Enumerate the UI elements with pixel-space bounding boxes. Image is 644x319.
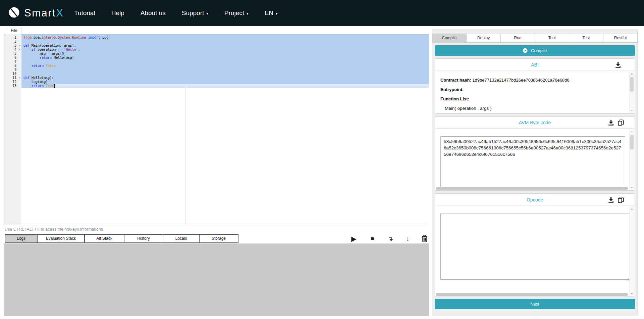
debug-tab-evaluation-stack[interactable]: Evaluation Stack <box>37 234 85 243</box>
panel-tab-restful[interactable]: Restful <box>603 34 638 43</box>
scroll-down-icon[interactable]: ▼ <box>630 108 634 113</box>
nav-item-support[interactable]: Support▾ <box>182 9 208 17</box>
nav-item-tutorial[interactable]: Tutorial <box>74 9 95 17</box>
nav-item-label: EN <box>264 9 273 17</box>
code-line[interactable]: Log(msg) <box>23 80 429 84</box>
debug-tab-history[interactable]: History <box>124 234 163 243</box>
copy-icon[interactable] <box>618 119 624 126</box>
code-pane[interactable]: from boa.interop.System.Runtime import L… <box>21 34 429 225</box>
copy-icon[interactable] <box>618 196 624 203</box>
avm-card: AVM Byte code <box>435 116 635 191</box>
gutter-line-number: 6 <box>4 56 21 60</box>
abi-body: Contract hash: 1d9be77132e21477bd26ee703… <box>435 71 635 113</box>
code-line[interactable]: def Main(operation, args): <box>23 44 429 48</box>
gutter-line-number: 12 <box>4 80 21 84</box>
fold-caret-icon[interactable]: ▾ <box>19 48 20 51</box>
brand[interactable]: SmartX <box>8 0 63 26</box>
debug-tab-locals[interactable]: Locals <box>163 234 200 243</box>
next-button[interactable]: Next <box>435 299 635 309</box>
nav-item-label: Project <box>224 9 244 17</box>
nav-item-en[interactable]: EN▾ <box>264 9 277 17</box>
scroll-up-icon[interactable]: ▲ <box>630 207 634 211</box>
avm-hscrollbar[interactable] <box>436 187 628 190</box>
panel-tab-run[interactable]: Run <box>500 34 535 43</box>
scroll-down-icon[interactable]: ▼ <box>630 291 634 296</box>
gutter-line-number: 9 <box>4 68 21 72</box>
gutter-line-number: 3▾ <box>4 44 21 48</box>
gutter: 123▾4▾567891011▾1213 <box>4 34 21 225</box>
avm-body: 58c56b6a00527ac46a51527ac46a00c30548656c… <box>435 129 635 190</box>
text-cursor <box>54 84 55 88</box>
debug-toolbar: LogsEvaluation StackAlt StackHistoryLoca… <box>4 234 429 243</box>
function-signature: Main( operation , args ) <box>445 106 625 111</box>
gutter-line-number: 8 <box>4 64 21 68</box>
scroll-up-icon[interactable]: ▲ <box>630 129 634 134</box>
fold-caret-icon[interactable]: ▾ <box>19 44 20 47</box>
nav-item-label: Help <box>111 9 124 17</box>
nav-item-about-us[interactable]: About us <box>141 9 166 17</box>
opcode-hscrollbar[interactable] <box>436 293 628 296</box>
gutter-line-number: 1 <box>4 36 21 40</box>
code-line[interactable]: return False <box>23 64 429 68</box>
code-line[interactable] <box>23 72 429 76</box>
code-line[interactable]: msg = args[0] <box>23 52 429 56</box>
opcode-body: ▲ ▼ <box>435 206 635 297</box>
avm-bytecode-box[interactable]: 58c56b6a00527ac46a51527ac46a00c30548656c… <box>440 136 625 187</box>
compile-button[interactable]: Compile <box>435 45 635 56</box>
opcode-card: Opcode <box>435 193 635 297</box>
panel-tab-test[interactable]: Test <box>569 34 603 43</box>
code-lines: from boa.interop.System.Runtime import L… <box>21 36 429 88</box>
step-over-icon[interactable]: ↴ <box>386 234 395 243</box>
gutter-line-number: 13 <box>4 84 21 88</box>
code-line[interactable]: if operation == 'Hello': <box>23 48 429 52</box>
opcode-title: Opcode <box>435 194 635 206</box>
fold-caret-icon[interactable]: ▾ <box>19 76 20 80</box>
panel-tab-compile[interactable]: Compile <box>432 34 467 43</box>
gutter-line-number: 4▾ <box>4 48 21 52</box>
debug-tab-alt-stack[interactable]: Alt Stack <box>84 234 124 243</box>
download-icon[interactable] <box>607 119 614 126</box>
code-line[interactable]: return Hello(msg) <box>23 56 429 60</box>
stop-icon[interactable]: ■ <box>368 234 377 243</box>
gutter-line-number: 11▾ <box>4 76 21 80</box>
scroll-down-icon[interactable]: ▼ <box>630 185 634 190</box>
clear-logs-icon[interactable] <box>420 234 429 243</box>
code-line[interactable] <box>23 60 429 64</box>
code-line[interactable] <box>23 40 429 44</box>
download-icon[interactable] <box>607 196 614 203</box>
code-line[interactable] <box>23 68 429 72</box>
file-tab[interactable]: File <box>7 27 21 34</box>
panel-tab-tool[interactable]: Tool <box>535 34 569 43</box>
code-line[interactable]: from boa.interop.System.Runtime import L… <box>23 36 429 40</box>
logs-panel[interactable] <box>4 243 429 316</box>
debug-tab-storage[interactable]: Storage <box>199 234 238 243</box>
scroll-up-icon[interactable]: ▲ <box>630 72 634 76</box>
code-editor[interactable]: 123▾4▾567891011▾1213 from boa.interop.Sy… <box>4 34 429 225</box>
step-into-icon[interactable]: ↓ <box>403 234 413 243</box>
smartx-app: SmartX TutorialHelpAbout usSupport▾Proje… <box>0 0 644 319</box>
debug-tab-logs[interactable]: Logs <box>5 234 38 243</box>
opcode-scrollbar[interactable]: ▲ ▼ <box>629 207 634 296</box>
nav-item-project[interactable]: Project▾ <box>224 9 249 17</box>
avm-scrollbar[interactable]: ▲ ▼ <box>629 129 634 190</box>
hotkey-hint: Use CTRL+ALT+H to acess the hotkeys info… <box>5 227 103 232</box>
panel-tab-deploy[interactable]: Deploy <box>466 34 501 43</box>
nav-item-help[interactable]: Help <box>111 9 124 17</box>
abi-card: ABI Contract hash: 1d9be77132e21477bd26e… <box>435 58 635 113</box>
contract-hash-label: Contract hash: <box>440 78 471 83</box>
download-icon[interactable] <box>614 61 621 68</box>
caret-down-icon: ▾ <box>276 11 278 16</box>
gutter-line-number: 7 <box>4 60 21 64</box>
entrypoint-label: Entrypoint: <box>440 87 464 92</box>
contract-hash-value: 1d9be77132e21477bd26ee7038646201a76e68d6 <box>472 78 569 83</box>
gutter-line-number: 5 <box>4 52 21 56</box>
opcode-textarea[interactable] <box>440 214 630 280</box>
abi-scrollbar[interactable]: ▲ ▼ <box>629 72 634 113</box>
brand-logo-icon <box>8 6 20 20</box>
code-line[interactable]: def Hello(msg): <box>23 76 429 80</box>
panel-tabs: CompileDeployRunToolTestRestful <box>432 34 638 43</box>
code-line[interactable]: return True <box>23 84 429 88</box>
run-icon[interactable]: ▶ <box>349 234 359 243</box>
avm-title: AVM Byte code <box>435 117 635 129</box>
navbar: SmartX TutorialHelpAbout usSupport▾Proje… <box>0 0 644 26</box>
